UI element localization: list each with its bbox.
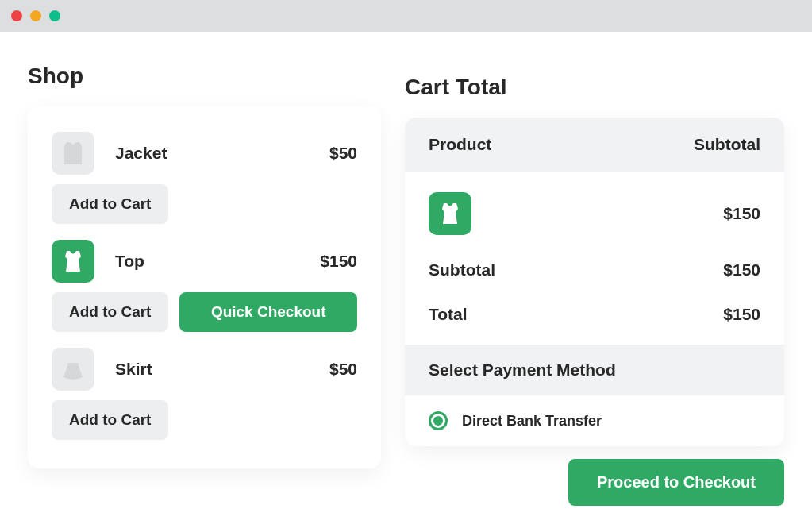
product-price: $150: [320, 252, 357, 271]
minimize-dot[interactable]: [30, 10, 41, 21]
shop-column: Shop Jacket $50 Add to Cart: [28, 64, 381, 506]
shop-title: Shop: [28, 64, 381, 89]
cart-card: Product Subtotal $150 Subtotal $150: [405, 118, 784, 446]
cart-header-product: Product: [429, 135, 694, 154]
close-dot[interactable]: [11, 10, 22, 21]
subtotal-value: $150: [723, 260, 760, 279]
cart-total-row: Total $150: [429, 292, 760, 337]
product-row-skirt: Skirt $50: [52, 338, 357, 400]
payment-option-label: Direct Bank Transfer: [462, 413, 602, 430]
total-label: Total: [429, 305, 723, 324]
cart-header-subtotal: Subtotal: [694, 135, 760, 154]
maximize-dot[interactable]: [49, 10, 60, 21]
cart-item-price: $150: [723, 204, 760, 223]
cart-body: $150 Subtotal $150 Total $150: [405, 172, 784, 345]
product-name: Skirt: [115, 360, 329, 379]
checkout-row: Proceed to Checkout: [405, 446, 784, 506]
payment-header: Select Payment Method: [405, 345, 784, 395]
add-to-cart-button[interactable]: Add to Cart: [52, 400, 168, 440]
product-row-top: Top $150: [52, 230, 357, 292]
radio-selected-icon: [429, 411, 448, 430]
cart-header: Product Subtotal: [405, 118, 784, 172]
product-name: Jacket: [115, 144, 329, 163]
product-price: $50: [329, 144, 357, 163]
content: Shop Jacket $50 Add to Cart: [0, 32, 812, 530]
jacket-icon: [52, 132, 94, 175]
shop-card: Jacket $50 Add to Cart Top $150 Add to C…: [28, 106, 381, 468]
cart-item-top-icon: [429, 192, 471, 235]
quick-checkout-button[interactable]: Quick Checkout: [179, 292, 357, 332]
subtotal-label: Subtotal: [429, 260, 723, 279]
cart-item-row: $150: [429, 179, 760, 248]
add-to-cart-button[interactable]: Add to Cart: [52, 184, 168, 224]
product-row-jacket: Jacket $50: [52, 122, 357, 184]
cart-column: Cart Total Product Subtotal $150 Su: [405, 64, 784, 506]
top-icon: [52, 240, 94, 283]
payment-option-direct-bank[interactable]: Direct Bank Transfer: [405, 395, 784, 446]
cart-title: Cart Total: [405, 75, 784, 100]
product-name: Top: [115, 252, 320, 271]
window-chrome: [0, 0, 812, 32]
cart-subtotal-row: Subtotal $150: [429, 248, 760, 292]
add-to-cart-button[interactable]: Add to Cart: [52, 292, 168, 332]
product-price: $50: [329, 360, 357, 379]
product-buttons: Add to Cart: [52, 400, 357, 446]
product-buttons: Add to Cart: [52, 184, 357, 230]
skirt-icon: [52, 348, 94, 391]
product-buttons: Add to Cart Quick Checkout: [52, 292, 357, 338]
total-value: $150: [723, 305, 760, 324]
proceed-to-checkout-button[interactable]: Proceed to Checkout: [568, 459, 784, 506]
